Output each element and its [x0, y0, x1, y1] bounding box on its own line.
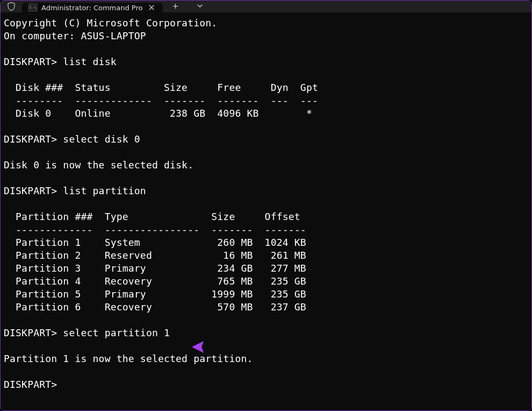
command-prompt-icon: C:\_ [28, 4, 37, 11]
chevron-down-icon [197, 2, 203, 11]
plus-icon: + [172, 1, 178, 12]
new-tab-button[interactable]: + [163, 1, 188, 12]
terminal-tab[interactable]: C:\_ Administrator: Command Pro [22, 3, 163, 12]
svg-text:C:\_: C:\_ [30, 5, 38, 10]
shield-icon [1, 1, 22, 12]
terminal-text: Copyright (C) Microsoft Corporation. On … [4, 17, 318, 390]
terminal-window: C:\_ Administrator: Command Pro + Copyri… [0, 0, 532, 411]
titlebar: C:\_ Administrator: Command Pro + [1, 1, 531, 12]
terminal-output[interactable]: Copyright (C) Microsoft Corporation. On … [1, 12, 531, 411]
tab-dropdown-button[interactable] [188, 1, 212, 12]
tab-title: Administrator: Command Pro [41, 4, 142, 12]
close-tab-button[interactable] [147, 3, 156, 12]
